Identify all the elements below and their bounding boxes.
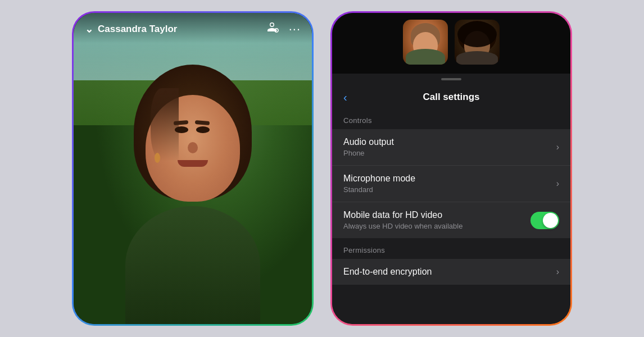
encryption-left: End-to-end encryption — [343, 267, 432, 277]
microphone-mode-subtitle: Standard — [343, 185, 415, 194]
video-thumb-2[interactable] — [455, 20, 500, 65]
hd-video-subtitle: Always use HD video when available — [343, 222, 462, 230]
microphone-mode-title: Microphone mode — [343, 174, 415, 184]
hd-video-left: Mobile data for HD video Always use HD v… — [343, 210, 462, 230]
controls-list: Audio output Phone › Microphone mode Sta… — [332, 129, 570, 238]
audio-output-left: Audio output Phone — [343, 137, 394, 157]
back-button[interactable]: ‹ — [343, 91, 347, 104]
call-header: ⌄ Cassandra Taylor ··· — [74, 13, 312, 43]
phone-right: ‹ Call settings Controls Audio output Ph… — [330, 11, 572, 326]
audio-output-item[interactable]: Audio output Phone › — [332, 129, 570, 166]
video-thumbnails — [332, 13, 570, 74]
settings-title-bar: ‹ Call settings — [332, 83, 570, 110]
permissions-section-header: Permissions — [332, 239, 570, 259]
more-options-icon[interactable]: ··· — [289, 22, 301, 37]
phone-left: ⌄ Cassandra Taylor ··· — [72, 11, 314, 326]
settings-title: Call settings — [343, 92, 559, 103]
encryption-item[interactable]: End-to-end encryption › — [332, 259, 570, 285]
add-person-icon[interactable] — [267, 22, 280, 37]
controls-section-header: Controls — [332, 110, 570, 129]
microphone-mode-chevron: › — [556, 179, 559, 189]
settings-panel: ‹ Call settings Controls Audio output Ph… — [332, 83, 570, 324]
audio-output-chevron: › — [556, 142, 559, 152]
video-thumb-1[interactable] — [403, 20, 448, 65]
encryption-title: End-to-end encryption — [343, 267, 432, 277]
drag-indicator — [441, 78, 461, 80]
hd-video-title: Mobile data for HD video — [343, 210, 462, 220]
person-face — [114, 54, 271, 324]
permissions-list: End-to-end encryption › — [332, 259, 570, 285]
chevron-down-icon[interactable]: ⌄ — [85, 23, 93, 35]
camera-background — [74, 13, 312, 324]
app-container: ⌄ Cassandra Taylor ··· — [13, 8, 631, 329]
hd-video-toggle[interactable] — [530, 212, 559, 229]
microphone-mode-left: Microphone mode Standard — [343, 174, 415, 194]
hd-video-item: Mobile data for HD video Always use HD v… — [332, 202, 570, 238]
audio-output-subtitle: Phone — [343, 149, 394, 157]
header-left: ⌄ Cassandra Taylor — [85, 23, 177, 35]
header-right: ··· — [267, 22, 301, 37]
permissions-section: Permissions End-to-end encryption › — [332, 239, 570, 285]
encryption-chevron: › — [556, 267, 559, 277]
caller-name: Cassandra Taylor — [98, 24, 177, 35]
controls-section: Controls Audio output Phone › — [332, 110, 570, 238]
microphone-mode-item[interactable]: Microphone mode Standard › — [332, 166, 570, 202]
toggle-knob — [543, 213, 558, 228]
audio-output-title: Audio output — [343, 137, 394, 147]
